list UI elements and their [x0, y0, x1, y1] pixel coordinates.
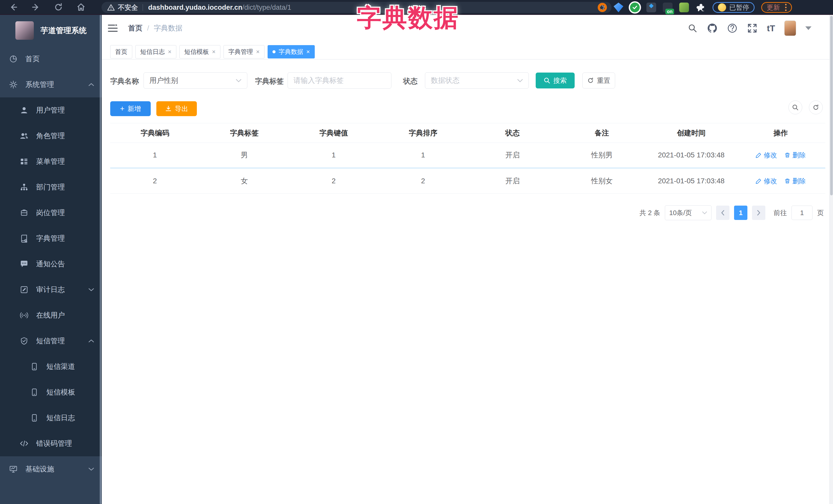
close-icon[interactable]: ×	[212, 48, 216, 55]
table-header-row: 字典编码 字典标签 字典键值 字典排序 状态 备注 创建时间 操作	[110, 123, 825, 143]
audit-log-icon	[19, 285, 29, 294]
hamburger-icon[interactable]	[107, 23, 118, 33]
reload-icon[interactable]	[54, 3, 63, 12]
chevron-down-icon	[702, 211, 707, 214]
help-icon[interactable]	[727, 23, 738, 33]
home-icon[interactable]	[76, 3, 86, 12]
extension-icon[interactable]: on	[663, 3, 672, 12]
edit-link[interactable]: 修改	[756, 151, 777, 160]
status-placeholder: 数据状态	[431, 76, 459, 86]
add-button-label: 新增	[128, 104, 141, 113]
avatar[interactable]	[784, 21, 796, 36]
sidebar-item-user-mgmt[interactable]: 用户管理	[0, 97, 102, 123]
toggle-search-button[interactable]	[788, 100, 802, 114]
close-icon[interactable]: ×	[168, 48, 171, 55]
delete-link[interactable]: 删除	[784, 151, 806, 160]
add-button[interactable]: + 新增	[110, 101, 151, 116]
tab-dict-data[interactable]: 字典数据×	[268, 45, 315, 58]
tab-label: 短信日志	[140, 48, 165, 56]
sidebar-item-online-users[interactable]: 在线用户	[0, 303, 102, 328]
app-logo-row[interactable]: 芋道管理系统	[0, 15, 102, 46]
delete-link[interactable]: 删除	[784, 177, 806, 186]
fullscreen-icon[interactable]	[747, 23, 758, 33]
dict-tag-label: 字典标签	[255, 76, 284, 86]
status-select[interactable]: 数据状态	[425, 72, 529, 89]
sidebar-item-home[interactable]: 首页	[0, 46, 102, 72]
tab-dict-mgmt[interactable]: 字典管理×	[223, 45, 264, 58]
tab-home[interactable]: 首页	[110, 45, 132, 58]
font-size-icon[interactable]: tT	[767, 23, 775, 33]
badge-icon	[19, 209, 29, 217]
cell-status: 开启	[468, 150, 557, 160]
app: 不安全 dashboard.yudao.iocoder.cn/dict/type…	[0, 0, 833, 504]
phone-icon	[29, 388, 39, 397]
sidebar-item-post-mgmt[interactable]: 岗位管理	[0, 200, 102, 225]
tab-sms-template[interactable]: 短信模板×	[180, 45, 220, 58]
sidebar-item-sms-mgmt[interactable]: 短信管理	[0, 328, 102, 354]
export-button[interactable]: 导出	[156, 101, 197, 116]
dict-name-select[interactable]: 用户性别	[144, 72, 247, 89]
chrome-update-pill[interactable]: 更新	[761, 2, 792, 13]
extension-icon[interactable]	[614, 3, 623, 12]
reset-button[interactable]: 重置	[582, 73, 615, 89]
download-icon	[165, 105, 172, 112]
close-icon[interactable]: ×	[306, 48, 310, 55]
sidebar-item-label: 错误码管理	[36, 439, 72, 448]
sidebar-item-system[interactable]: 系统管理	[0, 72, 102, 97]
cell-dict-tag: 女	[200, 176, 289, 186]
pagination: 共 2 条 10条/页 1 前往 页	[640, 205, 824, 220]
sidebar-item-sms-log[interactable]: 短信日志	[0, 405, 102, 431]
extension-icon[interactable]	[630, 3, 640, 12]
next-page-button[interactable]	[752, 206, 765, 220]
cell-operations: 修改 删除	[736, 177, 825, 186]
tab-sms-log[interactable]: 短信日志×	[135, 45, 176, 58]
sidebar-item-sms-template[interactable]: 短信模板	[0, 379, 102, 405]
search-icon[interactable]	[687, 23, 698, 33]
sidebar-item-error-code[interactable]: 错误码管理	[0, 431, 102, 456]
page-suffix: 页	[817, 209, 824, 217]
sidebar-item-label: 在线用户	[36, 310, 65, 320]
breadcrumb-home[interactable]: 首页	[128, 23, 143, 33]
edit-link[interactable]: 修改	[756, 177, 777, 186]
page-scrollbar[interactable]	[829, 15, 833, 504]
omnibox[interactable]: 不安全 dashboard.yudao.iocoder.cn/dict/type…	[101, 2, 612, 13]
github-icon[interactable]	[707, 23, 718, 33]
close-icon[interactable]: ×	[256, 48, 260, 55]
sidebar-item-infrastructure[interactable]: 基础设施	[0, 456, 102, 482]
browser-menu-icon[interactable]	[785, 4, 787, 11]
sidebar-item-notice[interactable]: 通知公告	[0, 251, 102, 277]
sidebar-item-label: 短信模板	[46, 387, 75, 397]
sidebar-scrollbar[interactable]	[100, 15, 101, 504]
extensions-puzzle-icon[interactable]	[696, 2, 706, 13]
dict-tag-input[interactable]	[288, 72, 391, 89]
browser-nav	[0, 3, 94, 12]
extension-icon[interactable]	[646, 3, 656, 12]
prev-page-button[interactable]	[716, 206, 730, 220]
caret-down-icon[interactable]	[805, 26, 811, 30]
search-button[interactable]: 搜索	[536, 73, 575, 89]
extension-icon[interactable]	[598, 3, 607, 12]
forward-icon[interactable]	[31, 3, 41, 12]
cell-dict-value: 1	[289, 151, 379, 159]
security-label[interactable]: 不安全	[118, 3, 138, 12]
breadcrumb-separator: /	[147, 24, 149, 32]
goto-page-input[interactable]	[791, 206, 812, 220]
extension-icon[interactable]	[679, 3, 689, 12]
refresh-table-button[interactable]	[809, 100, 823, 114]
scrollbar-thumb[interactable]	[830, 16, 833, 195]
omnibox-divider	[143, 4, 143, 11]
back-icon[interactable]	[9, 3, 18, 12]
sidebar-item-sms-channel[interactable]: 短信渠道	[0, 354, 102, 379]
sidebar-item-dept-mgmt[interactable]: 部门管理	[0, 174, 102, 200]
page-size-select[interactable]: 10条/页	[665, 205, 712, 220]
profile-paused-pill[interactable]: 已暂停	[713, 2, 755, 13]
sidebar-item-role-mgmt[interactable]: 角色管理	[0, 123, 102, 149]
sidebar-item-menu-mgmt[interactable]: 菜单管理	[0, 149, 102, 174]
tags-view-bar: 首页 短信日志× 短信模板× 字典管理× 字典数据×	[102, 42, 829, 59]
sidebar-item-label: 菜单管理	[36, 157, 65, 166]
sidebar-item-dict-mgmt[interactable]: 字典管理	[0, 225, 102, 251]
sidebar-item-audit-log[interactable]: 审计日志	[0, 277, 102, 303]
page-1-button[interactable]: 1	[734, 206, 747, 220]
cell-dict-code: 2	[110, 177, 200, 185]
export-button-label: 导出	[175, 104, 188, 113]
